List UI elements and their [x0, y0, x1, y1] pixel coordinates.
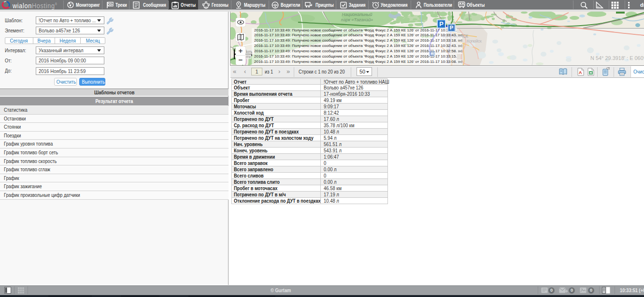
svg-text:Национальный: Национальный [342, 12, 372, 17]
svg-text:Копейск: Копейск [467, 38, 482, 44]
svg-text:A: A [579, 70, 582, 75]
svg-text:парк «Таганай»: парк «Таганай» [341, 17, 373, 22]
